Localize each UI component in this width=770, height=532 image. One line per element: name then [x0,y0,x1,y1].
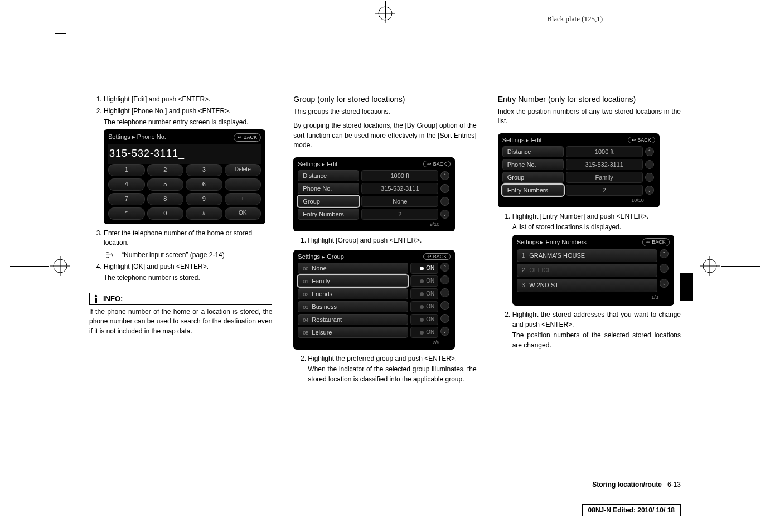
list-row[interactable]: Distance1000 ft⌃ [502,146,655,157]
group-label: 04Restaurant [298,314,408,325]
group-label: 02Friends [298,288,408,299]
back-button[interactable]: ↩ BACK [234,133,261,142]
step-1: Highlight [Group] and push <ENTER>. [308,236,476,245]
page-footer: Storing location/route 6-13 [592,481,681,489]
ui-breadcrumb: Settings ▸ Edit [298,161,337,168]
group-row[interactable]: 00NoneON⌃ [298,263,451,274]
ui-breadcrumb: Settings ▸ Group [298,253,343,260]
key-blank [225,178,261,191]
key-3[interactable]: 3 [186,164,222,176]
step-text: Highlight [Edit] and push <ENTER>. [104,95,210,103]
group-row[interactable]: 05LeisureON⌄ [298,327,451,338]
paragraph: This groups the stored locations. [293,107,476,117]
list-row[interactable]: Entry Numbers2⌄ [298,209,451,220]
step-subtext: The telephone number is stored. [104,273,272,283]
key-6[interactable]: 6 [186,178,222,191]
scroll-up-icon[interactable]: ⌃ [660,249,669,258]
key-1[interactable]: 1 [108,164,145,176]
back-button[interactable]: ↩ BACK [423,253,451,260]
group-label: 03Business [298,301,408,312]
step-text: Highlight [Entry Number] and push <ENTER… [512,212,681,221]
group-row[interactable]: 03BusinessON [298,301,451,312]
key-0[interactable]: 0 [147,207,184,220]
entry-row[interactable]: 2OFFICE [517,264,670,277]
group-row[interactable]: 04RestaurantON [298,314,451,325]
back-button[interactable]: ↩ BACK [642,238,670,246]
key-5[interactable]: 5 [147,178,184,191]
section-heading: Group (only for stored locations) [293,95,476,104]
key-7[interactable]: 7 [108,193,145,205]
pointer-icon [106,251,118,259]
entry-label: 3W 2ND ST [517,279,657,292]
key-hash[interactable]: # [186,207,222,220]
ui-edit-screenshot: Settings ▸ Edit ↩ BACK Distance1000 ft⌃P… [498,133,660,207]
info-box: INFO: [89,293,272,305]
group-row[interactable]: 02FriendsON [298,288,451,299]
key-star[interactable]: * [108,207,145,220]
step-1: Highlight [Entry Number] and push <ENTER… [512,212,681,306]
ui-breadcrumb: Settings ▸ Edit [502,137,542,144]
key-ok[interactable]: OK [225,207,261,220]
on-indicator: ON [410,263,438,274]
key-8[interactable]: 8 [147,193,184,205]
on-indicator: ON [410,288,438,299]
row-value: 315-532-3111 [361,183,438,194]
plate-label: Black plate (125,1) [547,14,603,23]
row-label: Distance [502,146,564,157]
key-delete[interactable]: Delete [225,164,261,176]
list-row[interactable]: Distance1000 ft⌃ [298,170,451,181]
on-indicator: ON [410,275,438,287]
edit-stamp: 08NJ-N Edited: 2010/ 10/ 18 [582,504,681,516]
key-4[interactable]: 4 [108,178,145,191]
key-2[interactable]: 2 [147,164,184,176]
scroll-down-icon[interactable]: ⌄ [440,210,449,219]
step-subtext: The position numbers of the selected sto… [512,331,681,350]
group-row[interactable]: 01FamilyON [298,275,451,287]
crop-mark-right [700,256,760,276]
entry-row[interactable]: 1GRANMA'S HOUSE⌃ [517,249,670,263]
crop-mark-top [346,3,424,25]
ui-edit-screenshot: Settings ▸ Edit ↩ BACK Distance1000 ft⌃P… [293,157,455,231]
step-2: Highlight the stored addresses that you … [512,310,681,350]
entry-row[interactable]: 3W 2ND ST⌄ [517,279,670,292]
numpad: 1 2 3 Delete 4 5 6 7 8 9 + * 0 [108,164,261,220]
entry-label: 2OFFICE [517,264,657,277]
row-value: 1000 ft [566,146,643,157]
svg-rect-11 [95,298,97,303]
scroll-up-icon[interactable]: ⌃ [440,263,449,272]
list-row[interactable]: GroupFamily [502,172,655,183]
info-icon [91,294,101,304]
scroll-down-icon[interactable]: ⌄ [440,327,449,336]
back-button[interactable]: ↩ BACK [628,137,655,143]
info-label: INFO: [103,294,123,303]
back-button[interactable]: ↩ BACK [423,161,451,167]
scroll-up-icon[interactable]: ⌃ [645,147,654,156]
footer-section: Storing location/route [592,481,662,489]
list-row[interactable]: Phone No.315-532-3111 [298,183,451,194]
step-text: Highlight the stored addresses that you … [512,310,681,330]
step-text: Enter the telephone number of the home o… [104,229,252,246]
step-subtext: When the indicator of the selected group… [308,365,476,384]
ui-group-screenshot: Settings ▸ Group ↩ BACK 00NoneON⌃01Famil… [293,250,455,350]
svg-point-10 [95,295,97,297]
list-row[interactable]: Phone No.315-532-3111 [502,159,655,170]
column-3: Entry Number (only for stored locations)… [498,95,681,493]
row-label: Entry Numbers [298,209,359,220]
list-row[interactable]: GroupNone [298,196,451,207]
row-value: Family [566,172,643,183]
paragraph: Index the position numbers of any two st… [498,107,681,127]
step-text: Highlight [OK] and push <ENTER>. [104,263,209,270]
on-indicator: ON [410,327,438,338]
key-plus[interactable]: + [225,193,261,205]
scroll-up-icon[interactable]: ⌃ [440,171,449,180]
list-row[interactable]: Entry Numbers2⌄ [502,185,655,196]
row-label: Distance [298,170,359,181]
step-text: Highlight [Phone No.] and push <ENTER>. [104,107,230,115]
row-label: Phone No. [502,159,564,170]
scroll-down-icon[interactable]: ⌄ [660,279,669,288]
row-value: 1000 ft [361,170,438,181]
scroll-track [440,275,449,284]
scroll-down-icon[interactable]: ⌄ [645,186,654,195]
key-9[interactable]: 9 [186,193,222,205]
ui-entry-numbers-screenshot: Settings ▸ Entry Numbers ↩ BACK 1GRANMA'… [512,235,674,306]
